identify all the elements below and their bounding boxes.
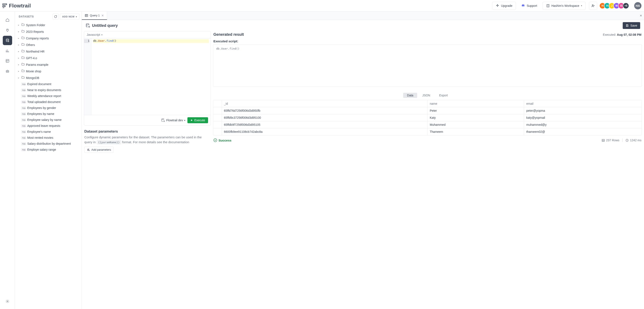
- executed-script-text: db.User.find(): [216, 47, 240, 50]
- documentation-link[interactable]: documentation: [168, 140, 189, 144]
- nav-home[interactable]: [3, 15, 12, 25]
- query-label: Weekly attendance report: [27, 94, 61, 98]
- editor-pane: Javascript ▾ 1 db.User.find(): [84, 31, 211, 307]
- folder-item[interactable]: ▸MongoDB: [15, 74, 82, 81]
- nav-ai[interactable]: [3, 66, 12, 76]
- folder-label: Movie shop: [26, 70, 41, 73]
- folder-item[interactable]: ▸2023 Reports: [15, 28, 82, 35]
- result-tab-export[interactable]: Export: [435, 93, 452, 98]
- table-row[interactable]: 65ffd9c37256f006d3d95100 Katy katy@yopma…: [213, 114, 642, 121]
- add-parameters-label: Add parameters: [91, 148, 111, 151]
- query-label: Approved leave requests: [27, 124, 60, 127]
- query-item[interactable]: ▸SQLEmployee salary by name: [15, 117, 82, 123]
- query-item[interactable]: ▸SQLMost rented movies: [15, 135, 82, 141]
- add-user-button[interactable]: [589, 2, 597, 10]
- folder-icon: [21, 23, 25, 27]
- workspace-label: Hashim's Workspace: [551, 4, 579, 7]
- code-area[interactable]: 1 db.User.find(): [84, 38, 210, 115]
- folder-item[interactable]: ▸Params example: [15, 61, 82, 68]
- language-dropdown[interactable]: Javascript ▾: [84, 31, 210, 38]
- query-item[interactable]: ▸SQLExpired document: [15, 81, 82, 87]
- code-editor: Javascript ▾ 1 db.User.find(): [84, 31, 211, 126]
- connection-dropdown[interactable]: Flowtrail dev ▾: [161, 118, 186, 122]
- table-row[interactable]: 65ffd76d7256f006d3d950fb Peter peter@yop…: [213, 107, 642, 114]
- nav-connections[interactable]: [3, 25, 12, 35]
- folder-item[interactable]: ▸Company reports: [15, 35, 82, 41]
- discord-icon: [522, 4, 525, 7]
- table-row[interactable]: 6600fb9ee91108cb742abc8a Thameem thameem…: [213, 128, 642, 135]
- result-tab-data[interactable]: Data: [403, 93, 417, 98]
- workspace: Query 1 ✕ ✕ Untitled query Save Javascri…: [82, 11, 644, 309]
- query-item[interactable]: ▸SQLEmploye salary range: [15, 147, 82, 153]
- add-new-label: ADD NEW: [62, 15, 74, 18]
- folder-item[interactable]: ▸Movie shop: [15, 68, 82, 74]
- column-header-name[interactable]: name: [428, 100, 524, 107]
- query-item[interactable]: ▸SQLApproved leave requests: [15, 123, 82, 129]
- result-tabs: Data JSON Export: [213, 87, 642, 100]
- support-button[interactable]: Support: [518, 2, 540, 10]
- robot-icon: [6, 69, 9, 73]
- nav-charts[interactable]: [3, 46, 12, 55]
- database-gear-icon: [161, 118, 165, 122]
- tab-query[interactable]: Query 1 ✕: [82, 11, 107, 20]
- code-token: db: [93, 39, 96, 43]
- user-plus-icon: [592, 4, 595, 7]
- upgrade-label: Upgrade: [501, 4, 512, 7]
- svg-point-10: [86, 24, 89, 25]
- rows-icon: [602, 139, 605, 142]
- brand-mark-icon: [2, 3, 8, 9]
- folder-label: Params example: [26, 63, 48, 66]
- query-item[interactable]: ▸SQLEmployee's name: [15, 129, 82, 135]
- cell-id: 65ffd9c37256f006d3d95100: [222, 114, 428, 121]
- add-new-button[interactable]: ADD NEW ▾: [60, 14, 80, 19]
- parameter-panel: Dataset parameters Configure dynamic par…: [84, 126, 211, 154]
- svg-rect-9: [85, 14, 88, 16]
- refresh-button[interactable]: [52, 14, 58, 19]
- chevron-right-icon: ▸: [17, 63, 20, 66]
- svg-rect-18: [602, 139, 604, 141]
- sql-badge-icon: SQL: [21, 124, 26, 127]
- play-icon: [190, 119, 193, 121]
- nav-dashboards[interactable]: [3, 56, 12, 65]
- query-item[interactable]: ▸SQLSalary distribution by department: [15, 141, 82, 147]
- dataset-tree: ▸System Folder ▸2023 Reports ▸Company re…: [15, 22, 82, 309]
- query-item[interactable]: ▸SQLEmployees by name: [15, 111, 82, 117]
- column-header-id[interactable]: _id: [222, 100, 428, 107]
- line-number: 1: [84, 39, 90, 43]
- svg-point-15: [88, 149, 88, 150]
- avatar-overflow[interactable]: +5: [623, 2, 629, 9]
- column-header-email[interactable]: email: [524, 100, 642, 107]
- svg-rect-0: [547, 4, 549, 7]
- chevron-down-icon: ▾: [581, 4, 582, 7]
- query-label: Most rented movies: [27, 136, 53, 139]
- query-item[interactable]: ▸SQLNear to expiry documents: [15, 87, 82, 93]
- query-subheader: Untitled query Save: [82, 20, 644, 31]
- folder-item[interactable]: ▸GPT-4.o: [15, 55, 82, 61]
- close-all-tabs-button[interactable]: ✕: [638, 11, 644, 20]
- query-item[interactable]: ▸SQLTotal uploaded document: [15, 99, 82, 105]
- workspace-dropdown[interactable]: Hashim's Workspace ▾: [543, 2, 586, 10]
- query-title: Untitled query: [92, 23, 118, 28]
- building-icon: [546, 4, 550, 7]
- code-token: User: [98, 39, 104, 43]
- folder-item[interactable]: ▸Others: [15, 41, 82, 48]
- execute-button[interactable]: Execute: [188, 117, 208, 123]
- current-user-avatar[interactable]: HA: [634, 2, 642, 10]
- code-content[interactable]: db.User.find(): [91, 38, 210, 115]
- upgrade-button[interactable]: Upgrade: [492, 2, 516, 10]
- language-label: Javascript: [87, 33, 100, 36]
- table-row[interactable]: 65ffdb9f7256f006d3d95105 Muhammed muhamm…: [213, 121, 642, 128]
- save-button[interactable]: Save: [623, 22, 640, 29]
- add-parameters-button[interactable]: Add parameters: [84, 147, 114, 153]
- query-item[interactable]: ▸SQLWeekly attendance report: [15, 93, 82, 99]
- result-title: Generated result: [214, 32, 244, 37]
- result-tab-json[interactable]: JSON: [418, 93, 434, 98]
- folder-item[interactable]: ▸Northwind HR: [15, 48, 82, 55]
- nav-settings[interactable]: [3, 297, 12, 306]
- close-tab-button[interactable]: ✕: [101, 14, 104, 17]
- folder-label: MongoDB: [26, 76, 39, 80]
- nav-datasets[interactable]: [3, 36, 12, 45]
- query-item[interactable]: ▸SQLEmployees by gender: [15, 105, 82, 111]
- folder-item[interactable]: ▸System Folder: [15, 22, 82, 28]
- result-pane: Generated result Executed: Aug 07, 02:08…: [213, 31, 642, 307]
